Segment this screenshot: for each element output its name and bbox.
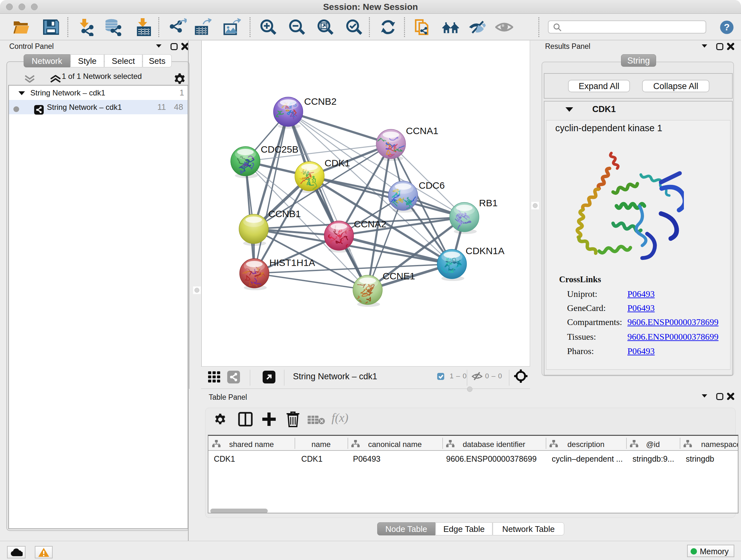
svg-text:CCNA1: CCNA1 (406, 125, 439, 136)
svg-text:?: ? (724, 22, 730, 32)
svg-text:CCNA2: CCNA2 (354, 219, 387, 229)
svg-text:CDC25B: CDC25B (261, 144, 298, 154)
svg-text:CDKN1A: CDKN1A (466, 246, 504, 256)
svg-text:CDC6: CDC6 (419, 180, 445, 191)
svg-text:CDK1: CDK1 (325, 158, 350, 168)
svg-text:RB1: RB1 (479, 198, 497, 208)
svg-text:CCNB1: CCNB1 (268, 208, 301, 219)
svg-text:HIST1H1A: HIST1H1A (269, 257, 315, 268)
svg-text:CCNB2: CCNB2 (304, 96, 337, 107)
svg-text:CCNE1: CCNE1 (383, 271, 415, 281)
